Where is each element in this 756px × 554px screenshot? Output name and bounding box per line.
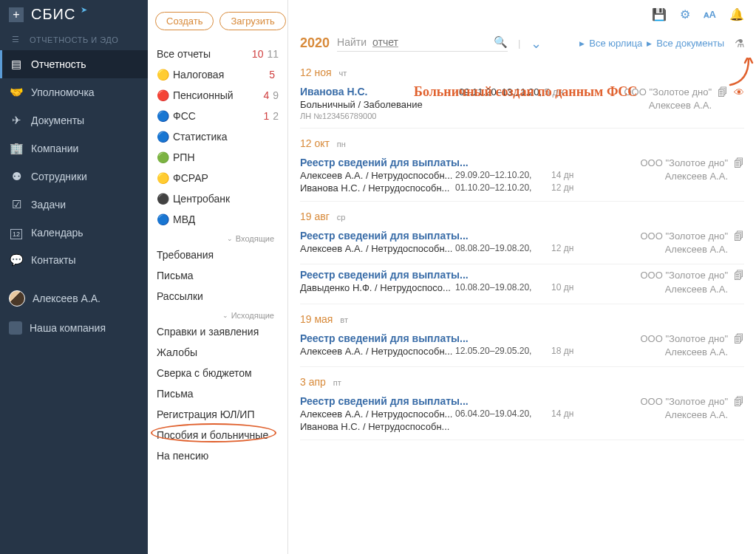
nav-authorization[interactable]: 🤝 Уполномочка [0,78,148,106]
sub-letters[interactable]: Письма [148,265,287,286]
gear-icon[interactable]: ⚙ [680,7,690,21]
sub-requirements[interactable]: Требования [148,244,287,265]
font-size-icon[interactable]: ᴀA [704,9,716,20]
nav-documents[interactable]: ✈ Документы [0,106,148,134]
copy-icon[interactable]: 🗐 [734,230,744,242]
search-input[interactable] [370,35,488,49]
doc-line-period: 12.05.20–29.05.20, [455,346,551,357]
doc-title[interactable]: Реестр сведений для выплаты... [300,157,640,168]
doc-line-name: Алексеев А.А. / Нетрудоспособн... [300,346,455,357]
doc-title[interactable]: Реестр сведений для выплаты... [300,332,640,344]
nav-employees[interactable]: ⚉ Сотрудники [0,163,148,191]
doc-person: Алексеев А.А. [640,346,728,359]
filter-documents[interactable]: Все документы [656,38,724,49]
report-statistics[interactable]: 🔵 Статистика [148,126,287,147]
document-card[interactable]: Реестр сведений для выплаты... Алексеев … [300,225,744,264]
report-pension[interactable]: 🔴 Пенсионный 4 9 [148,85,287,106]
nav-contacts[interactable]: 💬 Контакты [0,246,148,274]
sub-pension[interactable]: На пенсию [148,445,287,466]
document-list: 12 ноя чт Иванова Н.С. 09.11.20–13.11.20… [288,58,756,440]
nav-user[interactable]: Алексеев А.А. [0,283,148,314]
plus-icon[interactable]: + [9,7,24,22]
nav-label: Сотрудники [31,171,139,182]
document-card[interactable]: Реестр сведений для выплаты... Давыденко… [300,264,744,304]
doc-line-name: Иванова Н.С. / Нетрудоспособн... [300,421,455,432]
outgoing-group[interactable]: ⌄ Исходящие [148,307,287,321]
doc-title[interactable]: Иванова Н.С. [300,86,367,98]
report-fsrar[interactable]: 🟡 ФСРАР [148,168,287,188]
create-button[interactable]: Создать [155,12,214,30]
all-reports-item[interactable]: Все отчеты 10 11 [148,44,287,64]
nav-our-company[interactable]: Наша компания [0,314,148,342]
tax-icon: 🟡 [157,69,173,81]
doc-meta: ЛН №123456789000 [300,112,624,120]
report-fss[interactable]: 🔵 ФСС 1 2 [148,106,287,126]
nav-label: Уполномочка [31,86,139,98]
report-rpn[interactable]: 🟢 РПН [148,147,287,168]
copy-icon[interactable]: 🗐 [734,396,744,408]
year-selector[interactable]: 2020 [300,35,330,51]
filter-icon[interactable]: ⚗ [735,37,744,50]
sub-certificates[interactable]: Справки и заявления [148,321,287,342]
copy-icon[interactable]: 🗐 [734,157,744,169]
sub-complaints[interactable]: Жалобы [148,342,287,363]
nav-label: Календарь [31,227,139,239]
incoming-group[interactable]: ⌄ Входящие [148,230,287,244]
doc-line-period: 06.04.20–19.04.20, [455,408,551,420]
date-weekday: пт [333,378,341,387]
save-icon[interactable]: 💾 [652,7,667,21]
subtitle-bar[interactable]: ☰ ОТЧЕТНОСТЬ И ЭДО [0,29,148,50]
nav-calendar[interactable]: 12 Календарь [0,219,148,246]
doc-org: ООО "Золотое дно" [640,332,728,346]
group-label: Входящие [236,234,274,243]
caret-icon: ▶ [647,40,652,47]
count-red: 5 [269,69,275,81]
doc-title[interactable]: Реестр сведений для выплаты... [300,269,640,281]
sub-budget-reconciliation[interactable]: Сверка с бюджетом [148,363,287,383]
document-card[interactable]: Иванова Н.С. 09.11.20–13.11.20, 5 дн Бол… [300,81,744,129]
doc-line-days: 12 дн [551,243,573,254]
users-icon: ⚉ [9,170,24,183]
doc-line-name: Алексеев А.А. / Нетрудоспособн... [300,170,455,181]
chevron-down-icon: ⌄ [227,235,233,242]
doc-title[interactable]: Реестр сведений для выплаты... [300,230,640,242]
document-card[interactable]: Реестр сведений для выплаты... Алексеев … [300,328,744,367]
doc-days: 5 дн [545,86,564,98]
upload-button[interactable]: Загрузить [219,12,285,30]
search-bar: 2020 Найти 🔍 | ⌄ ▶ Все юрлица ▶ Все доку… [288,29,756,58]
report-label: МВД [173,213,279,225]
nav-companies[interactable]: 🏢 Компании [0,134,148,163]
search-prefix: Найти [337,36,367,48]
search-icon[interactable]: 🔍 [494,35,508,49]
bell-icon[interactable]: 🔔 [729,7,744,21]
sub-mailings[interactable]: Рассылки [148,286,287,307]
doc-org: ООО "Золотое дно" [624,86,712,99]
nav-label: Контакты [31,254,139,266]
report-label: Все отчеты [157,48,252,60]
report-tax[interactable]: 🟡 Налоговая 5 [148,64,287,85]
report-mvd[interactable]: 🔵 МВД [148,209,287,230]
copy-icon[interactable]: 🗐 [734,270,744,281]
report-centrobank[interactable]: ⚫ Центробанк [148,188,287,209]
report-categories-panel: Создать Загрузить Все отчеты 10 11 🟡 Нал… [148,0,288,554]
main-sidebar: + СБИС ➤ ☰ ОТЧЕТНОСТЬ И ЭДО ▤ Отчетность… [0,0,148,554]
report-label: ФСРАР [173,172,279,184]
count-gray: 9 [273,89,279,101]
count-red: 10 [252,48,264,60]
doc-line-days: 14 дн [551,408,573,420]
chevron-down-icon: ⌄ [222,312,228,319]
sub-registration[interactable]: Регистрация ЮЛ/ИП [148,404,287,425]
nav-reports[interactable]: ▤ Отчетность [0,50,148,78]
copy-icon[interactable]: 🗐 [734,333,744,345]
chevron-down-icon[interactable]: ⌄ [531,35,542,52]
doc-title[interactable]: Реестр сведений для выплаты... [300,395,640,407]
filter-entities[interactable]: Все юрлица [589,38,642,49]
doc-type: Больничный / Заболевание [300,99,624,110]
sub-benefits-sickleave[interactable]: Пособия и больничные [148,425,287,445]
document-card[interactable]: Реестр сведений для выплаты... Алексеев … [300,391,744,440]
document-card[interactable]: Реестр сведений для выплаты... Алексеев … [300,152,744,202]
nav-tasks[interactable]: ☑ Задачи [0,191,148,219]
doc-org: ООО "Золотое дно" [640,157,728,170]
user-name: Алексеев А.А. [33,293,139,304]
sub-letters-out[interactable]: Письма [148,383,287,404]
